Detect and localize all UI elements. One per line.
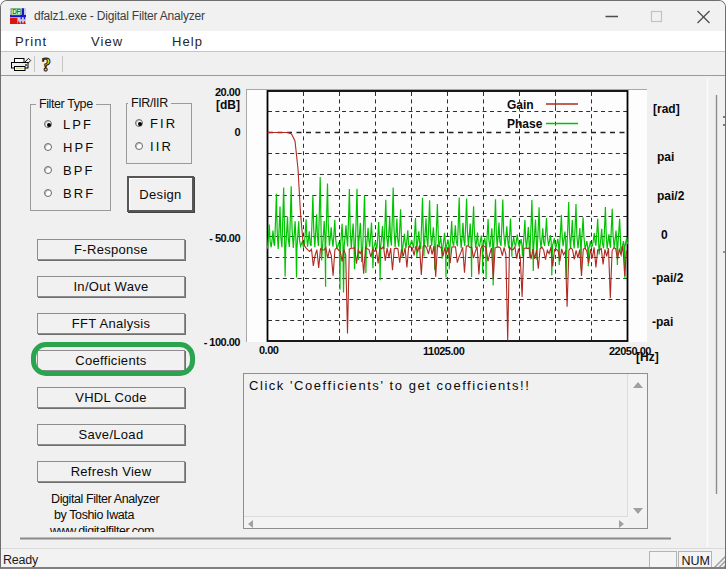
svg-text:?: ? xyxy=(42,54,52,75)
svg-text:DF: DF xyxy=(12,8,20,15)
